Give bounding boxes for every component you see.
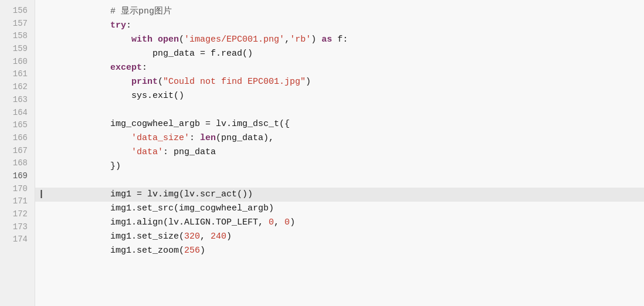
code-line-164: img_cogwheel_argb = lv.img_dsc_t({ <box>35 117 644 131</box>
indent-token <box>47 131 131 145</box>
line-number-158: 158 <box>0 30 35 43</box>
plain-token: img1.set_size( <box>110 230 184 243</box>
string-token: 'data' <box>131 145 163 159</box>
keyword-token: as <box>321 33 332 46</box>
code-line-158: with open('images/EPC001.png','rb') as f… <box>35 33 644 47</box>
code-line-161: print("Could not find EPC001.jpg") <box>35 75 644 89</box>
code-line-174 <box>35 258 644 272</box>
code-area[interactable]: # 显示png图片 try: with open('images/EPC001.… <box>35 0 644 306</box>
line-number-160: 160 <box>0 56 35 69</box>
code-line-172: img1.set_size(320, 240) <box>35 230 644 244</box>
code-line-173: img1.set_zoom(256) <box>35 244 644 258</box>
line-number-171: 171 <box>0 195 35 208</box>
code-line-159: png_data = f.read() <box>35 47 644 61</box>
line-number-162: 162 <box>0 81 35 94</box>
code-line-156: # 显示png图片 <box>35 5 644 19</box>
number-token: 0 <box>284 216 290 229</box>
code-line-157: try: <box>35 19 644 33</box>
plain-token: img_cogwheel_argb = lv.img_dsc_t({ <box>110 117 290 131</box>
plain-token: ( <box>179 33 184 46</box>
plain-token: : png_data <box>163 145 216 159</box>
line-number-173: 173 <box>0 221 35 234</box>
keyword-token: with <box>131 33 152 46</box>
line-number-157: 157 <box>0 18 35 30</box>
line-number-161: 161 <box>0 68 35 81</box>
line-number-165: 165 <box>0 119 35 132</box>
plain-token: png_data = f.read() <box>152 47 253 60</box>
indent-token <box>47 75 131 89</box>
plain-token: sys.exit() <box>131 89 184 103</box>
indent-token <box>47 188 110 201</box>
keyword-token: try <box>110 19 126 32</box>
code-line-160: except: <box>35 61 644 75</box>
code-line-168 <box>35 174 644 188</box>
number-token: 256 <box>184 244 200 257</box>
plain-token: , <box>284 33 290 46</box>
comment-token: # 显示png图片 <box>110 5 172 18</box>
indent-token <box>47 230 110 243</box>
plain-token: : <box>189 131 200 145</box>
string-token: "Could not find EPC001.jpg" <box>163 75 306 89</box>
line-number-169: 169 <box>0 170 35 183</box>
number-token: 0 <box>269 216 274 229</box>
string-token: 'data_size' <box>131 131 189 145</box>
plain-token: f: <box>332 33 348 46</box>
plain-token: img1.set_src(img_cogwheel_argb) <box>110 202 274 215</box>
line-number-170: 170 <box>0 183 35 196</box>
plain-token: }) <box>110 159 121 173</box>
line-number-159: 159 <box>0 43 35 56</box>
plain-token: : <box>142 61 147 74</box>
builtin-token: print <box>131 75 158 89</box>
plain-token: ) <box>290 216 295 229</box>
indent-token <box>47 33 131 46</box>
indent-token <box>47 244 110 257</box>
plain-token: ) <box>311 33 321 46</box>
plain-token: img1.set_zoom( <box>110 244 184 257</box>
plain-token: , <box>200 230 211 243</box>
plain-token: : <box>126 19 131 32</box>
code-line-163 <box>35 103 644 117</box>
code-line-167: }) <box>35 159 644 174</box>
line-numbers: 1561571581591601611621631641651661671681… <box>0 0 35 306</box>
indent-token <box>47 117 110 131</box>
code-line-170: img1.set_src(img_cogwheel_argb) <box>35 202 644 216</box>
code-editor: 1561571581591601611621631641651661671681… <box>0 0 644 306</box>
indent-token <box>47 89 131 103</box>
code-line-166: 'data': png_data <box>35 145 644 159</box>
builtin-token: open <box>158 33 179 46</box>
line-number-166: 166 <box>0 132 35 145</box>
number-token: 240 <box>211 230 226 243</box>
line-number-168: 168 <box>0 157 35 170</box>
indent-token <box>47 202 110 215</box>
line-number-174: 174 <box>0 233 35 246</box>
plain-token: ) <box>200 244 205 257</box>
plain-token: ( <box>158 75 163 89</box>
code-line-165: 'data_size': len(png_data), <box>35 131 644 145</box>
plain-token: img1 = lv.img(lv.scr_act()) <box>110 188 253 201</box>
indent-token <box>47 159 110 173</box>
code-line-169: img1 = lv.img(lv.scr_act()) <box>35 188 644 202</box>
indent-token <box>47 5 110 18</box>
builtin-token: len <box>200 131 216 145</box>
string-token: 'images/EPC001.png' <box>184 33 284 46</box>
plain-token: img1.align(lv.ALIGN.TOP_LEFT, <box>110 216 269 229</box>
indent-token <box>47 145 131 159</box>
indent-token <box>47 61 110 74</box>
plain-token <box>152 33 158 46</box>
indent-token <box>47 47 152 60</box>
line-number-164: 164 <box>0 107 35 120</box>
indent-token <box>47 19 110 32</box>
line-number-167: 167 <box>0 145 35 158</box>
code-line-171: img1.align(lv.ALIGN.TOP_LEFT, 0, 0) <box>35 216 644 230</box>
number-token: 320 <box>184 230 200 243</box>
line-number-156: 156 <box>0 5 35 18</box>
line-number-172: 172 <box>0 208 35 221</box>
code-line-162: sys.exit() <box>35 89 644 103</box>
plain-token: ) <box>226 230 232 243</box>
line-number-163: 163 <box>0 94 35 107</box>
keyword-token: except <box>110 61 142 74</box>
plain-token: ) <box>306 75 311 89</box>
plain-token: , <box>274 216 284 229</box>
plain-token: (png_data), <box>216 131 274 145</box>
indent-token <box>47 216 110 229</box>
